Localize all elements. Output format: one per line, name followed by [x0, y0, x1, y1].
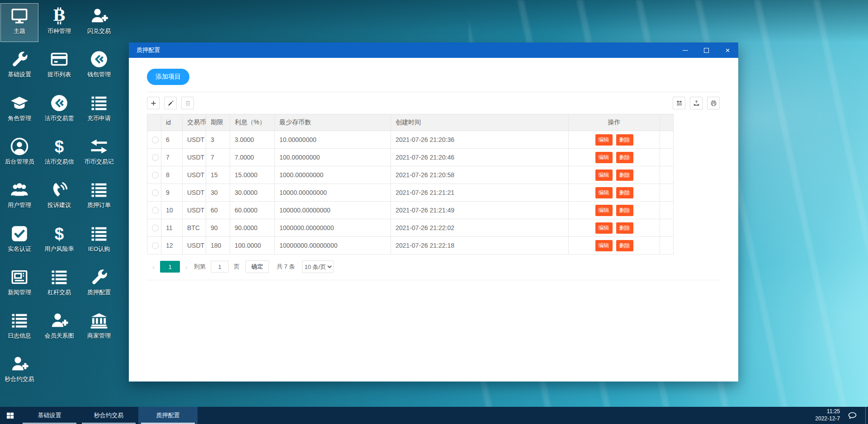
cell-created: 2021-07-26 21:21:21: [391, 184, 569, 202]
desktop-icon-秒合约交易[interactable]: 秒合约交易: [1, 352, 38, 390]
desktop-icon-会员关系图[interactable]: 会员关系图: [41, 308, 78, 346]
row-radio[interactable]: [152, 225, 159, 231]
goto-label: 到第: [194, 263, 206, 271]
desktop-icon-法币交易信[interactable]: $法币交易信: [41, 134, 78, 172]
edit-button[interactable]: 编辑: [595, 170, 613, 181]
page-number-input[interactable]: [211, 261, 229, 273]
pagination-bar: ‹ 1 › 到第 页 确定 共 7 条 10 条/页: [147, 254, 720, 280]
table-row: 11BTC9090.00001000000.000000002021-07-26…: [147, 219, 674, 237]
delete-button[interactable]: 删除: [616, 152, 633, 163]
delete-button[interactable]: 删除: [616, 240, 633, 251]
cell-created: 2021-07-26 21:22:18: [391, 237, 569, 254]
desktop-icon-主题[interactable]: 主题: [1, 4, 38, 42]
desktop-icon-后台管理员[interactable]: 后台管理员: [1, 134, 38, 172]
trash-toolbar-button[interactable]: [181, 97, 194, 109]
close-button[interactable]: ×: [717, 42, 738, 58]
header-term: 期限: [206, 114, 230, 131]
coin-circle-icon: [49, 93, 70, 113]
edit-button[interactable]: 编辑: [595, 205, 613, 216]
desktop-icon-闪兑交易[interactable]: 闪兑交易: [80, 4, 118, 42]
show-desktop-button[interactable]: [865, 407, 868, 424]
taskbar-clock[interactable]: 11:25 2022-12-7: [815, 408, 840, 422]
desktop-icon-质押订单[interactable]: 质押订单: [80, 178, 118, 216]
taskbar-item-基础设置[interactable]: 基础设置: [20, 407, 79, 424]
export-toolbar-button[interactable]: [690, 97, 703, 109]
delete-button[interactable]: 删除: [616, 205, 633, 216]
cell-term: 7: [206, 149, 230, 166]
print-toolbar-button[interactable]: [707, 97, 720, 109]
cell-actions: 编辑删除: [569, 237, 660, 254]
pencil-toolbar-button[interactable]: [164, 97, 177, 109]
desktop-icon-商家管理[interactable]: 商家管理: [80, 308, 118, 346]
row-radio[interactable]: [152, 207, 159, 214]
row-radio[interactable]: [152, 242, 159, 249]
page-size-select[interactable]: 10 条/页: [302, 260, 334, 273]
check-square-icon: [9, 223, 30, 244]
chat-bubble-icon: [847, 410, 857, 420]
trash-icon: [184, 100, 191, 107]
chat-button[interactable]: [847, 410, 857, 420]
desktop-icon-日志信息[interactable]: 日志信息: [1, 308, 38, 346]
edit-button[interactable]: 编辑: [595, 187, 613, 198]
cell-coin: USDT: [183, 237, 206, 254]
desktop-icon-币币交易记[interactable]: 币币交易记: [80, 134, 118, 172]
delete-button[interactable]: 删除: [616, 222, 633, 234]
row-radio[interactable]: [152, 137, 159, 143]
monitor-icon: [9, 5, 30, 26]
desktop-icon-质押配置[interactable]: 质押配置: [80, 265, 118, 303]
cell-id: 12: [161, 237, 183, 254]
add-project-button[interactable]: 添加项目: [147, 69, 189, 85]
desktop-icon-钱包管理[interactable]: 钱包管理: [80, 47, 118, 85]
next-page-button[interactable]: ›: [180, 263, 193, 271]
current-page[interactable]: 1: [160, 261, 180, 273]
desktop-icon-用户风险率[interactable]: $用户风险率: [41, 221, 78, 259]
header-radio: [147, 114, 161, 131]
add-toolbar-button[interactable]: [147, 97, 160, 109]
taskbar-item-秒合约交易[interactable]: 秒合约交易: [79, 407, 138, 424]
delete-button[interactable]: 删除: [616, 170, 633, 181]
desktop-icon-提币列表[interactable]: 提币列表: [41, 47, 78, 85]
desktop-icon-法币交易需[interactable]: 法币交易需: [41, 91, 78, 129]
desktop-icon-label: 秒合约交易: [5, 375, 34, 383]
edit-button[interactable]: 编辑: [595, 222, 613, 234]
cell-interest: 60.0000: [230, 202, 275, 219]
cell-coin: USDT: [183, 184, 206, 202]
cell-term: 90: [206, 219, 230, 237]
desktop-icon-实名认证[interactable]: 实名认证: [1, 221, 38, 259]
desktop-icon-基础设置[interactable]: 基础设置: [1, 47, 38, 85]
cell-interest: 15.0000: [230, 166, 275, 184]
cell-actions: 编辑删除: [569, 166, 660, 184]
row-radio[interactable]: [152, 172, 159, 179]
window-controls: ×: [675, 42, 738, 58]
cell-actions: 编辑删除: [569, 149, 660, 166]
maximize-button[interactable]: [696, 42, 717, 58]
row-radio[interactable]: [152, 189, 159, 196]
edit-button[interactable]: 编辑: [595, 152, 613, 163]
taskbar-item-质押配置[interactable]: 质押配置: [138, 407, 198, 424]
desktop-icon-角色管理[interactable]: 角色管理: [1, 91, 38, 129]
cell-created: 2021-07-26 21:20:36: [391, 131, 569, 149]
desktop-icon-杠杆交易[interactable]: 杠杆交易: [41, 265, 78, 303]
table-row: 7USDT77.0000100.000000002021-07-26 21:20…: [147, 149, 674, 166]
desktop-icon-投诉建议[interactable]: 投诉建议: [41, 178, 78, 216]
delete-button[interactable]: 删除: [616, 134, 633, 146]
desktop-icon-充币申请[interactable]: 充币申请: [80, 91, 118, 129]
desktop-icon-币种管理[interactable]: B币种管理: [41, 4, 78, 42]
cell-actions: 编辑删除: [569, 184, 660, 202]
prev-page-button[interactable]: ‹: [147, 263, 160, 271]
desktop-icon-新闻管理[interactable]: 新闻管理: [1, 265, 38, 303]
confirm-page-button[interactable]: 确定: [245, 260, 269, 273]
header-id: id: [161, 114, 183, 131]
desktop-icon-IEO认购[interactable]: IEO认购: [80, 221, 118, 259]
edit-button[interactable]: 编辑: [595, 134, 613, 146]
header-filler: [660, 114, 674, 131]
desktop-icon-用户管理[interactable]: 用户管理: [1, 178, 38, 216]
start-button[interactable]: [0, 407, 20, 424]
row-radio[interactable]: [152, 154, 159, 161]
delete-button[interactable]: 删除: [616, 187, 633, 198]
columns-toolbar-button[interactable]: [673, 97, 685, 109]
cell-filler: [660, 131, 674, 149]
minimize-button[interactable]: [675, 42, 696, 58]
edit-button[interactable]: 编辑: [595, 240, 613, 251]
desktop-icon-label: 后台管理员: [5, 158, 34, 166]
